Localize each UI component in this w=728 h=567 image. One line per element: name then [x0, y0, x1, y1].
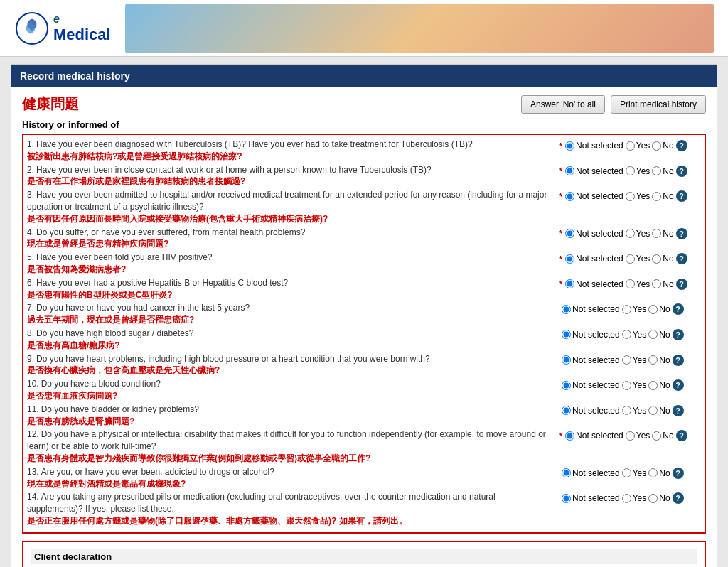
- yes-label-11[interactable]: Yes: [622, 406, 647, 416]
- yes-radio-10[interactable]: [622, 381, 631, 390]
- help-icon-14[interactable]: ?: [673, 492, 684, 504]
- not-selected-radio-7[interactable]: [562, 305, 571, 314]
- help-icon-5[interactable]: ?: [676, 253, 687, 264]
- yes-radio-2[interactable]: [626, 166, 635, 176]
- help-icon-7[interactable]: ?: [673, 303, 684, 315]
- help-icon-11[interactable]: ?: [673, 405, 684, 416]
- yes-label-14[interactable]: Yes: [622, 493, 647, 503]
- yes-label-12[interactable]: Yes: [626, 431, 651, 441]
- no-label-7[interactable]: No: [648, 304, 670, 314]
- not-selected-label-2[interactable]: Not selected: [565, 166, 623, 176]
- help-icon-3[interactable]: ?: [676, 190, 687, 202]
- help-icon-9[interactable]: ?: [673, 355, 684, 366]
- not-selected-radio-5[interactable]: [565, 254, 574, 264]
- not-selected-radio-14[interactable]: [562, 494, 571, 503]
- yes-radio-13[interactable]: [622, 468, 631, 477]
- no-radio-4[interactable]: [652, 229, 661, 238]
- not-selected-label-3[interactable]: Not selected: [565, 191, 623, 201]
- yes-label-6[interactable]: Yes: [626, 279, 651, 289]
- not-selected-radio-3[interactable]: [565, 192, 574, 201]
- help-icon-1[interactable]: ?: [676, 140, 687, 151]
- yes-label-3[interactable]: Yes: [626, 191, 651, 201]
- no-label-5[interactable]: No: [652, 254, 673, 264]
- not-selected-radio-2[interactable]: [565, 166, 574, 176]
- no-label-3[interactable]: No: [652, 191, 673, 201]
- no-label-10[interactable]: No: [648, 380, 670, 390]
- not-selected-label-12[interactable]: Not selected: [565, 431, 623, 441]
- not-selected-label-7[interactable]: Not selected: [562, 304, 620, 314]
- yes-label-2[interactable]: Yes: [626, 166, 651, 176]
- yes-label-1[interactable]: Yes: [626, 141, 651, 151]
- yes-label-13[interactable]: Yes: [622, 468, 647, 478]
- yes-label-7[interactable]: Yes: [622, 304, 647, 314]
- not-selected-label-10[interactable]: Not selected: [562, 380, 620, 390]
- not-selected-label-11[interactable]: Not selected: [562, 406, 620, 416]
- no-radio-11[interactable]: [648, 406, 658, 415]
- not-selected-label-14[interactable]: Not selected: [562, 493, 620, 503]
- help-icon-12[interactable]: ?: [676, 430, 687, 441]
- not-selected-radio-12[interactable]: [565, 431, 574, 441]
- yes-radio-6[interactable]: [626, 279, 635, 288]
- print-button[interactable]: Print medical history: [611, 95, 706, 114]
- yes-radio-5[interactable]: [626, 254, 635, 264]
- no-label-14[interactable]: No: [648, 493, 670, 503]
- no-radio-12[interactable]: [652, 431, 661, 441]
- no-radio-3[interactable]: [652, 192, 661, 201]
- no-label-11[interactable]: No: [648, 406, 670, 416]
- yes-label-5[interactable]: Yes: [626, 254, 651, 264]
- not-selected-radio-10[interactable]: [562, 381, 571, 390]
- help-icon-2[interactable]: ?: [676, 166, 687, 177]
- help-icon-6[interactable]: ?: [676, 279, 687, 290]
- help-icon-13[interactable]: ?: [673, 468, 684, 479]
- yes-radio-11[interactable]: [622, 406, 631, 415]
- help-icon-4[interactable]: ?: [676, 228, 687, 239]
- yes-label-9[interactable]: Yes: [622, 355, 647, 365]
- no-label-9[interactable]: No: [648, 355, 670, 365]
- yes-radio-3[interactable]: [626, 192, 635, 201]
- no-radio-2[interactable]: [652, 166, 661, 176]
- yes-label-8[interactable]: Yes: [622, 330, 647, 340]
- yes-radio-7[interactable]: [622, 305, 631, 314]
- not-selected-label-4[interactable]: Not selected: [565, 229, 623, 239]
- no-radio-6[interactable]: [652, 279, 661, 288]
- not-selected-radio-1[interactable]: [565, 141, 574, 151]
- not-selected-radio-11[interactable]: [562, 406, 571, 415]
- help-icon-8[interactable]: ?: [673, 329, 684, 340]
- not-selected-radio-6[interactable]: [565, 279, 574, 288]
- yes-radio-8[interactable]: [622, 330, 631, 339]
- no-label-6[interactable]: No: [652, 279, 673, 289]
- not-selected-label-8[interactable]: Not selected: [562, 330, 620, 340]
- yes-radio-12[interactable]: [626, 431, 635, 441]
- yes-label-10[interactable]: Yes: [622, 380, 647, 390]
- not-selected-label-5[interactable]: Not selected: [565, 254, 623, 264]
- no-radio-10[interactable]: [648, 381, 658, 390]
- answer-no-button[interactable]: Answer 'No' to all: [521, 95, 605, 114]
- no-label-13[interactable]: No: [648, 468, 670, 478]
- no-radio-9[interactable]: [648, 355, 658, 364]
- no-radio-13[interactable]: [648, 468, 658, 477]
- no-label-1[interactable]: No: [652, 141, 673, 151]
- not-selected-label-13[interactable]: Not selected: [562, 468, 620, 478]
- yes-radio-4[interactable]: [626, 229, 635, 238]
- yes-radio-14[interactable]: [622, 494, 631, 503]
- no-radio-5[interactable]: [652, 254, 661, 264]
- yes-radio-1[interactable]: [626, 141, 635, 151]
- yes-label-4[interactable]: Yes: [626, 229, 651, 239]
- not-selected-radio-8[interactable]: [562, 330, 571, 339]
- not-selected-label-1[interactable]: Not selected: [565, 141, 623, 151]
- no-label-8[interactable]: No: [648, 330, 670, 340]
- yes-radio-9[interactable]: [622, 355, 631, 364]
- no-label-2[interactable]: No: [652, 166, 673, 176]
- no-radio-1[interactable]: [652, 141, 661, 151]
- not-selected-radio-4[interactable]: [565, 229, 574, 238]
- not-selected-label-9[interactable]: Not selected: [562, 355, 620, 365]
- no-radio-14[interactable]: [648, 494, 658, 503]
- not-selected-radio-9[interactable]: [562, 355, 571, 364]
- no-label-12[interactable]: No: [652, 431, 673, 441]
- not-selected-label-6[interactable]: Not selected: [565, 279, 623, 289]
- not-selected-radio-13[interactable]: [562, 468, 571, 477]
- no-radio-7[interactable]: [648, 305, 658, 314]
- no-label-4[interactable]: No: [652, 229, 673, 239]
- no-radio-8[interactable]: [648, 330, 658, 339]
- help-icon-10[interactable]: ?: [673, 379, 684, 391]
